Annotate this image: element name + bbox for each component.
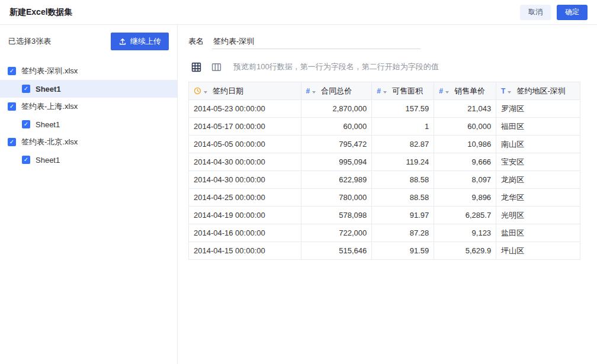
preview-table: 签约日期#合同总价#可售面积#销售单价T签约地区-深圳2014-05-23 00… bbox=[188, 82, 580, 260]
column-label: 签约日期 bbox=[213, 86, 243, 96]
column-header-cell: #销售单价 bbox=[439, 86, 491, 96]
file-item[interactable]: ✓签约表-北京.xlsx bbox=[0, 133, 177, 151]
column-header-cell: T签约地区-深圳 bbox=[501, 86, 575, 96]
column-header[interactable]: #合同总价 bbox=[301, 82, 372, 100]
chevron-down-icon[interactable] bbox=[383, 91, 387, 94]
table-cell: 995,094 bbox=[301, 153, 372, 171]
checkbox-checked-icon[interactable]: ✓ bbox=[8, 138, 16, 146]
table-cell: 2,870,000 bbox=[301, 100, 372, 118]
table-cell: 盐田区 bbox=[496, 224, 580, 242]
column-header[interactable]: 签约日期 bbox=[189, 82, 301, 100]
table-cell: 88.58 bbox=[372, 171, 434, 189]
table-cell: 119.24 bbox=[372, 153, 434, 171]
checkbox-checked-icon[interactable]: ✓ bbox=[22, 120, 30, 128]
sheet-item[interactable]: ✓Sheet1 bbox=[0, 151, 177, 169]
table-cell: 2014-05-23 00:00:00 bbox=[189, 100, 301, 118]
file-name: 签约表-北京.xlsx bbox=[21, 137, 78, 147]
column-view-button[interactable] bbox=[208, 60, 224, 74]
table-cell: 2014-04-30 00:00:00 bbox=[189, 153, 301, 171]
number-icon: # bbox=[377, 88, 381, 95]
table-cell: 87.28 bbox=[372, 224, 434, 242]
table-cell: 578,098 bbox=[301, 207, 372, 224]
continue-upload-button[interactable]: 继续上传 bbox=[111, 33, 169, 50]
table-cell: 8,097 bbox=[434, 171, 496, 189]
page-title: 新建Excel数据集 bbox=[9, 7, 73, 18]
column-header[interactable]: #销售单价 bbox=[434, 82, 496, 100]
grid-view-icon bbox=[191, 62, 201, 72]
table-cell: 罗湖区 bbox=[496, 100, 580, 118]
number-icon: # bbox=[306, 88, 310, 95]
table-row: 2014-04-30 00:00:00995,094119.249,666宝安区 bbox=[189, 153, 580, 171]
clock-icon bbox=[194, 87, 201, 95]
sheet-name: Sheet1 bbox=[36, 120, 60, 129]
table-cell: 2014-04-30 00:00:00 bbox=[189, 171, 301, 189]
checkbox-checked-icon[interactable]: ✓ bbox=[22, 85, 30, 93]
grid-view-button[interactable] bbox=[188, 60, 204, 74]
table-cell: 龙华区 bbox=[496, 189, 580, 207]
text-icon: T bbox=[501, 88, 505, 95]
chevron-down-icon[interactable] bbox=[312, 91, 316, 94]
header-row: 签约日期#合同总价#可售面积#销售单价T签约地区-深圳 bbox=[189, 82, 580, 100]
table-cell: 2014-05-05 00:00:00 bbox=[189, 136, 301, 153]
column-view-icon bbox=[211, 62, 222, 72]
table-cell: 宝安区 bbox=[496, 153, 580, 171]
column-header-cell: 签约日期 bbox=[194, 86, 296, 96]
dialog-body: 已选择3张表 继续上传 ✓签约表-深圳.xlsx✓Sheet1✓签约表-上海.x… bbox=[0, 25, 597, 364]
table-cell: 1 bbox=[372, 118, 434, 136]
sheet-item[interactable]: ✓Sheet1 bbox=[0, 80, 177, 98]
table-cell: 9,666 bbox=[434, 153, 496, 171]
table-cell: 2014-04-15 00:00:00 bbox=[189, 242, 301, 260]
table-cell: 2014-05-17 00:00:00 bbox=[189, 118, 301, 136]
table-cell: 9,896 bbox=[434, 189, 496, 207]
column-label: 可售面积 bbox=[392, 86, 423, 96]
table-cell: 157.59 bbox=[372, 100, 434, 118]
table-cell: 21,043 bbox=[434, 100, 496, 118]
topbar: 新建Excel数据集 取消 确定 bbox=[0, 0, 597, 25]
column-header[interactable]: #可售面积 bbox=[372, 82, 434, 100]
checkbox-checked-icon[interactable]: ✓ bbox=[22, 156, 30, 164]
table-cell: 82.87 bbox=[372, 136, 434, 153]
table-cell: 60,000 bbox=[301, 118, 372, 136]
chevron-down-icon[interactable] bbox=[445, 91, 449, 94]
chevron-down-icon[interactable] bbox=[508, 91, 511, 94]
file-item[interactable]: ✓签约表-上海.xlsx bbox=[0, 98, 177, 115]
column-label: 合同总价 bbox=[321, 86, 352, 96]
topbar-actions: 取消 确定 bbox=[520, 5, 588, 20]
column-header[interactable]: T签约地区-深圳 bbox=[496, 82, 580, 100]
sheet-item[interactable]: ✓Sheet1 bbox=[0, 115, 177, 133]
table-cell: 南山区 bbox=[496, 136, 580, 153]
file-item[interactable]: ✓签约表-深圳.xlsx bbox=[0, 62, 177, 80]
cancel-button[interactable]: 取消 bbox=[520, 5, 551, 20]
table-name-row: 表名 bbox=[188, 33, 580, 50]
file-name: 签约表-上海.xlsx bbox=[21, 101, 78, 112]
number-icon: # bbox=[439, 88, 443, 95]
table-cell: 722,000 bbox=[301, 224, 372, 242]
chevron-down-icon[interactable] bbox=[204, 91, 207, 94]
table-cell: 5,629.9 bbox=[434, 242, 496, 260]
sidebar: 已选择3张表 继续上传 ✓签约表-深圳.xlsx✓Sheet1✓签约表-上海.x… bbox=[0, 25, 178, 364]
upload-icon bbox=[118, 37, 127, 46]
sidebar-top: 已选择3张表 继续上传 bbox=[0, 25, 177, 55]
table-row: 2014-04-16 00:00:00722,00087.289,123盐田区 bbox=[189, 224, 580, 242]
column-label: 销售单价 bbox=[454, 86, 485, 96]
table-cell: 2014-04-16 00:00:00 bbox=[189, 224, 301, 242]
file-tree: ✓签约表-深圳.xlsx✓Sheet1✓签约表-上海.xlsx✓Sheet1✓签… bbox=[0, 62, 177, 169]
selected-count-text: 已选择3张表 bbox=[8, 36, 51, 47]
table-row: 2014-05-17 00:00:0060,000160,000福田区 bbox=[189, 118, 580, 136]
table-name-input[interactable] bbox=[212, 34, 421, 49]
confirm-button[interactable]: 确定 bbox=[557, 5, 588, 20]
table-row: 2014-04-30 00:00:00622,98988.588,097龙岗区 bbox=[189, 171, 580, 189]
table-cell: 60,000 bbox=[434, 118, 496, 136]
table-cell: 795,472 bbox=[301, 136, 372, 153]
table-cell: 6,285.7 bbox=[434, 207, 496, 224]
table-cell: 515,646 bbox=[301, 242, 372, 260]
checkbox-checked-icon[interactable]: ✓ bbox=[8, 102, 16, 111]
new-excel-dataset-dialog: 新建Excel数据集 取消 确定 已选择3张表 继续上传 ✓签约表-深圳.xls… bbox=[0, 0, 597, 364]
file-name: 签约表-深圳.xlsx bbox=[21, 66, 78, 76]
column-header-cell: #合同总价 bbox=[306, 86, 367, 96]
checkbox-checked-icon[interactable]: ✓ bbox=[8, 67, 16, 75]
table-row: 2014-04-25 00:00:00780,00088.589,896龙华区 bbox=[189, 189, 580, 207]
column-header-cell: #可售面积 bbox=[377, 86, 429, 96]
column-label: 签约地区-深圳 bbox=[516, 86, 565, 96]
table-row: 2014-04-19 00:00:00578,09891.976,285.7光明… bbox=[189, 207, 580, 224]
